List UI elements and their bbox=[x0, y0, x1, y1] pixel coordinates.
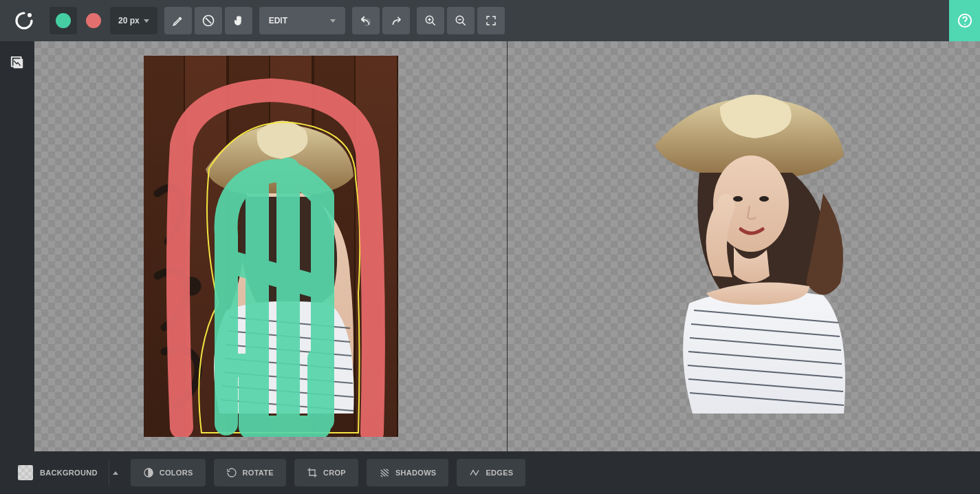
rotate-label: ROTATE bbox=[243, 469, 274, 477]
canvas-area bbox=[34, 41, 980, 451]
source-image bbox=[144, 56, 398, 437]
crop-button[interactable]: CROP bbox=[294, 459, 358, 486]
draw-tool-group bbox=[164, 7, 252, 34]
red-circle-icon bbox=[86, 13, 101, 28]
contrast-icon bbox=[143, 467, 154, 478]
edges-button[interactable]: EDGES bbox=[457, 459, 525, 486]
svg-line-37 bbox=[386, 469, 389, 471]
green-circle-icon bbox=[56, 13, 71, 28]
edges-label: EDGES bbox=[486, 469, 513, 477]
crop-label: CROP bbox=[323, 469, 346, 477]
help-button[interactable] bbox=[949, 0, 980, 41]
svg-line-8 bbox=[462, 22, 466, 25]
redo-button[interactable] bbox=[382, 7, 410, 34]
edges-icon bbox=[469, 467, 480, 478]
zoom-in-button[interactable] bbox=[417, 7, 444, 34]
rotate-button[interactable]: ROTATE bbox=[214, 459, 286, 486]
keep-color-swatch[interactable] bbox=[50, 7, 77, 34]
workspace bbox=[0, 41, 980, 451]
history-tool-group bbox=[352, 7, 410, 34]
result-canvas[interactable] bbox=[508, 41, 980, 451]
edit-tool-group: EDIT bbox=[259, 7, 345, 34]
remove-color-swatch[interactable] bbox=[80, 7, 107, 34]
brush-size-select[interactable]: 20 px bbox=[110, 7, 157, 34]
shadows-icon bbox=[379, 467, 390, 478]
background-caret[interactable] bbox=[109, 459, 122, 486]
erase-tool-button[interactable] bbox=[195, 7, 222, 34]
transparent-thumb-icon bbox=[18, 465, 33, 480]
svg-line-35 bbox=[381, 475, 383, 477]
brush-size-label: 20 px bbox=[118, 16, 140, 25]
brush-strokes bbox=[144, 56, 398, 437]
image-gallery-button[interactable] bbox=[6, 51, 29, 74]
svg-line-4 bbox=[432, 22, 435, 25]
rotate-icon bbox=[226, 467, 237, 478]
fullscreen-button[interactable] bbox=[477, 7, 505, 34]
svg-point-24 bbox=[759, 196, 769, 202]
background-label: BACKGROUND bbox=[40, 469, 98, 477]
color-tool-group: 20 px bbox=[50, 7, 157, 34]
left-rail bbox=[0, 41, 34, 451]
svg-point-23 bbox=[733, 196, 743, 202]
svg-point-0 bbox=[28, 13, 32, 17]
hand-tool-button[interactable] bbox=[225, 7, 252, 34]
zoom-tool-group bbox=[417, 7, 505, 34]
shadows-button[interactable]: SHADOWS bbox=[367, 459, 449, 486]
shadows-label: SHADOWS bbox=[395, 469, 437, 477]
colors-button[interactable]: COLORS bbox=[131, 459, 206, 486]
chevron-down-icon bbox=[330, 19, 336, 23]
chevron-up-icon bbox=[113, 471, 118, 475]
crop-icon bbox=[307, 467, 318, 478]
svg-point-11 bbox=[964, 24, 966, 25]
top-toolbar: 20 px EDIT bbox=[0, 0, 980, 41]
colors-label: COLORS bbox=[160, 469, 193, 477]
result-image bbox=[617, 56, 871, 437]
zoom-out-button[interactable] bbox=[447, 7, 475, 34]
svg-line-2 bbox=[206, 18, 211, 23]
edit-mode-select[interactable]: EDIT bbox=[259, 7, 345, 34]
edit-mode-label: EDIT bbox=[269, 16, 287, 25]
app-logo[interactable] bbox=[14, 12, 34, 30]
editing-canvas[interactable] bbox=[34, 41, 507, 451]
bottom-toolbar: BACKGROUND COLORS ROTATE CROP SHADOWS ED… bbox=[0, 451, 980, 494]
undo-button[interactable] bbox=[352, 7, 380, 34]
pencil-tool-button[interactable] bbox=[164, 7, 192, 34]
background-select[interactable]: BACKGROUND bbox=[11, 459, 105, 486]
chevron-down-icon bbox=[144, 19, 149, 23]
